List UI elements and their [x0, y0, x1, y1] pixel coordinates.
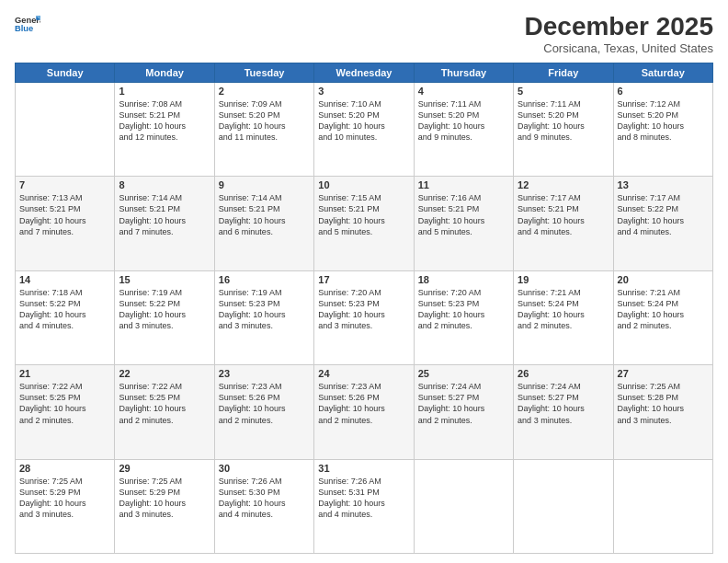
col-wednesday: Wednesday: [314, 63, 414, 82]
header: General Blue December 2025 Corsicana, Te…: [15, 13, 713, 55]
day-info: Sunrise: 7:17 AM Sunset: 5:21 PM Dayligh…: [518, 192, 609, 237]
table-row: 30Sunrise: 7:26 AM Sunset: 5:30 PM Dayli…: [214, 459, 313, 553]
day-info: Sunrise: 7:23 AM Sunset: 5:26 PM Dayligh…: [219, 381, 310, 426]
day-number: 25: [418, 368, 509, 379]
table-row: 13Sunrise: 7:17 AM Sunset: 5:22 PM Dayli…: [613, 177, 712, 270]
table-row: 17Sunrise: 7:20 AM Sunset: 5:23 PM Dayli…: [314, 270, 414, 364]
day-number: 9: [219, 179, 310, 190]
table-row: 4Sunrise: 7:11 AM Sunset: 5:20 PM Daylig…: [414, 82, 513, 176]
table-row: 18Sunrise: 7:20 AM Sunset: 5:23 PM Dayli…: [414, 270, 513, 364]
day-number: 6: [618, 86, 709, 97]
day-number: 23: [219, 368, 310, 379]
table-row: 20Sunrise: 7:21 AM Sunset: 5:24 PM Dayli…: [613, 270, 712, 364]
day-number: 31: [318, 463, 409, 474]
day-info: Sunrise: 7:17 AM Sunset: 5:22 PM Dayligh…: [618, 192, 709, 237]
day-info: Sunrise: 7:11 AM Sunset: 5:20 PM Dayligh…: [518, 98, 609, 144]
day-number: 24: [318, 368, 409, 379]
table-row: 2Sunrise: 7:09 AM Sunset: 5:20 PM Daylig…: [214, 82, 313, 176]
col-friday: Friday: [514, 63, 613, 82]
day-info: Sunrise: 7:20 AM Sunset: 5:23 PM Dayligh…: [318, 287, 409, 332]
day-number: 3: [318, 86, 409, 97]
table-row: [613, 459, 712, 553]
table-row: 9Sunrise: 7:14 AM Sunset: 5:21 PM Daylig…: [214, 177, 313, 270]
day-number: 17: [318, 274, 409, 285]
logo: General Blue: [15, 13, 40, 39]
day-number: 7: [19, 179, 110, 190]
day-info: Sunrise: 7:20 AM Sunset: 5:23 PM Dayligh…: [418, 287, 509, 332]
table-row: 7Sunrise: 7:13 AM Sunset: 5:21 PM Daylig…: [16, 177, 115, 270]
table-row: 24Sunrise: 7:23 AM Sunset: 5:26 PM Dayli…: [314, 365, 414, 459]
day-info: Sunrise: 7:19 AM Sunset: 5:22 PM Dayligh…: [119, 287, 210, 332]
table-row: 3Sunrise: 7:10 AM Sunset: 5:20 PM Daylig…: [314, 82, 414, 176]
day-number: 19: [518, 274, 609, 285]
table-row: 21Sunrise: 7:22 AM Sunset: 5:25 PM Dayli…: [16, 365, 115, 459]
day-number: 8: [119, 179, 210, 190]
col-monday: Monday: [115, 63, 214, 82]
day-info: Sunrise: 7:15 AM Sunset: 5:21 PM Dayligh…: [318, 192, 409, 237]
day-number: 14: [19, 274, 110, 285]
calendar-week-row: 1Sunrise: 7:08 AM Sunset: 5:21 PM Daylig…: [16, 82, 713, 176]
day-info: Sunrise: 7:26 AM Sunset: 5:30 PM Dayligh…: [219, 476, 310, 521]
day-info: Sunrise: 7:24 AM Sunset: 5:27 PM Dayligh…: [518, 381, 609, 426]
day-number: 15: [119, 274, 210, 285]
table-row: 14Sunrise: 7:18 AM Sunset: 5:22 PM Dayli…: [16, 270, 115, 364]
table-row: 16Sunrise: 7:19 AM Sunset: 5:23 PM Dayli…: [214, 270, 313, 364]
day-number: 30: [219, 463, 310, 474]
logo-icon: General Blue: [15, 13, 40, 39]
day-info: Sunrise: 7:16 AM Sunset: 5:21 PM Dayligh…: [418, 192, 509, 237]
day-number: 20: [618, 274, 709, 285]
table-row: [414, 459, 513, 553]
table-row: [16, 82, 115, 176]
day-info: Sunrise: 7:14 AM Sunset: 5:21 PM Dayligh…: [219, 192, 310, 237]
day-info: Sunrise: 7:26 AM Sunset: 5:31 PM Dayligh…: [318, 476, 409, 521]
day-number: 16: [219, 274, 310, 285]
day-info: Sunrise: 7:09 AM Sunset: 5:20 PM Dayligh…: [219, 98, 310, 144]
day-info: Sunrise: 7:13 AM Sunset: 5:21 PM Dayligh…: [19, 192, 110, 237]
calendar-header-row: Sunday Monday Tuesday Wednesday Thursday…: [16, 63, 713, 82]
title-block: December 2025 Corsicana, Texas, United S…: [525, 13, 713, 55]
day-info: Sunrise: 7:11 AM Sunset: 5:20 PM Dayligh…: [418, 98, 509, 144]
day-number: 13: [618, 179, 709, 190]
day-number: 29: [119, 463, 210, 474]
page: General Blue December 2025 Corsicana, Te…: [0, 0, 728, 563]
table-row: 29Sunrise: 7:25 AM Sunset: 5:29 PM Dayli…: [115, 459, 214, 553]
calendar-week-row: 7Sunrise: 7:13 AM Sunset: 5:21 PM Daylig…: [16, 177, 713, 270]
col-tuesday: Tuesday: [214, 63, 313, 82]
day-info: Sunrise: 7:12 AM Sunset: 5:20 PM Dayligh…: [618, 98, 709, 144]
table-row: 28Sunrise: 7:25 AM Sunset: 5:29 PM Dayli…: [16, 459, 115, 553]
day-info: Sunrise: 7:25 AM Sunset: 5:28 PM Dayligh…: [618, 381, 709, 426]
calendar-table: Sunday Monday Tuesday Wednesday Thursday…: [15, 63, 713, 554]
col-saturday: Saturday: [613, 63, 712, 82]
day-info: Sunrise: 7:24 AM Sunset: 5:27 PM Dayligh…: [418, 381, 509, 426]
table-row: 23Sunrise: 7:23 AM Sunset: 5:26 PM Dayli…: [214, 365, 313, 459]
day-number: 27: [618, 368, 709, 379]
table-row: 11Sunrise: 7:16 AM Sunset: 5:21 PM Dayli…: [414, 177, 513, 270]
table-row: 6Sunrise: 7:12 AM Sunset: 5:20 PM Daylig…: [613, 82, 712, 176]
calendar-week-row: 21Sunrise: 7:22 AM Sunset: 5:25 PM Dayli…: [16, 365, 713, 459]
subtitle: Corsicana, Texas, United States: [525, 41, 713, 55]
table-row: [514, 459, 613, 553]
calendar-week-row: 14Sunrise: 7:18 AM Sunset: 5:22 PM Dayli…: [16, 270, 713, 364]
day-number: 12: [518, 179, 609, 190]
table-row: 8Sunrise: 7:14 AM Sunset: 5:21 PM Daylig…: [115, 177, 214, 270]
calendar-week-row: 28Sunrise: 7:25 AM Sunset: 5:29 PM Dayli…: [16, 459, 713, 553]
day-number: 28: [19, 463, 110, 474]
svg-text:Blue: Blue: [15, 24, 33, 33]
day-info: Sunrise: 7:22 AM Sunset: 5:25 PM Dayligh…: [119, 381, 210, 426]
day-info: Sunrise: 7:21 AM Sunset: 5:24 PM Dayligh…: [618, 287, 709, 332]
day-info: Sunrise: 7:25 AM Sunset: 5:29 PM Dayligh…: [19, 476, 110, 521]
day-number: 10: [318, 179, 409, 190]
day-number: 2: [219, 86, 310, 97]
day-number: 1: [119, 86, 210, 97]
day-number: 26: [518, 368, 609, 379]
day-number: 4: [418, 86, 509, 97]
table-row: 5Sunrise: 7:11 AM Sunset: 5:20 PM Daylig…: [514, 82, 613, 176]
day-info: Sunrise: 7:23 AM Sunset: 5:26 PM Dayligh…: [318, 381, 409, 426]
day-info: Sunrise: 7:19 AM Sunset: 5:23 PM Dayligh…: [219, 287, 310, 332]
day-info: Sunrise: 7:10 AM Sunset: 5:20 PM Dayligh…: [318, 98, 409, 144]
col-thursday: Thursday: [414, 63, 513, 82]
table-row: 22Sunrise: 7:22 AM Sunset: 5:25 PM Dayli…: [115, 365, 214, 459]
day-info: Sunrise: 7:25 AM Sunset: 5:29 PM Dayligh…: [119, 476, 210, 521]
day-number: 11: [418, 179, 509, 190]
main-title: December 2025: [525, 13, 713, 41]
